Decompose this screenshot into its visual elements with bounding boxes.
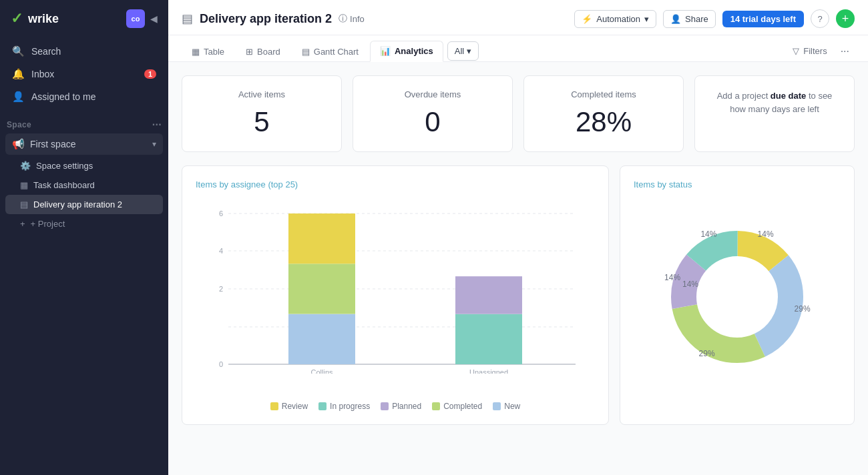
bar-chart-area: 6 4 2 0 — [196, 200, 595, 394]
chevron-down-icon: ▾ — [152, 139, 156, 149]
automation-label: Automation — [596, 14, 640, 24]
tab-analytics-label: Analytics — [395, 46, 433, 56]
stats-row: Active items 5 Overdue items 0 Completed… — [182, 75, 855, 152]
space-name-label: First space — [30, 139, 75, 149]
trial-button[interactable]: 14 trial days left — [722, 11, 804, 27]
topbar-right: ⚡ Automation ▾ 👤 Share 14 trial days lef… — [574, 9, 855, 28]
legend-planned: Planned — [381, 402, 421, 411]
overdue-items-card: Overdue items 0 — [353, 75, 513, 152]
page-title: Delivery app iteration 2 — [200, 12, 332, 26]
bar-collins-completed — [288, 264, 355, 314]
more-options-button[interactable]: ··· — [835, 41, 855, 61]
filters-button[interactable]: ▽ Filters — [786, 42, 833, 60]
active-items-label: Active items — [196, 89, 328, 99]
doc-icon: ▤ — [20, 199, 28, 209]
add-project-button[interactable]: + + Project — [5, 214, 163, 233]
tab-gantt[interactable]: ▤ Gantt Chart — [292, 41, 369, 61]
add-button[interactable]: + — [836, 9, 855, 28]
share-button[interactable]: 👤 Share — [663, 10, 716, 28]
all-filter-button[interactable]: All ▾ — [447, 41, 479, 61]
chevron-down-icon: ▾ — [644, 14, 649, 24]
analytics-content: Active items 5 Overdue items 0 Completed… — [168, 62, 868, 475]
tab-bar: ▦ Table ⊞ Board ▤ Gantt Chart 📊 Analytic… — [168, 35, 868, 62]
avatar[interactable]: co — [126, 9, 145, 28]
space-section-label: Space ··· — [0, 111, 168, 133]
all-label: All — [455, 46, 464, 56]
trial-label: 14 trial days left — [730, 14, 796, 24]
space-icon: 📢 — [12, 138, 25, 150]
donut-chart-card: Items by status 29% 29% 1 — [620, 165, 855, 425]
legend-inprogress: In progress — [318, 402, 370, 411]
review-label: Review — [282, 402, 308, 411]
tab-analytics[interactable]: 📊 Analytics — [370, 41, 443, 62]
planned-pct2: 14% — [682, 280, 698, 289]
sidebar: ✓ wrike co ◀ 🔍 Search 🔔 Inbox 1 👤 Assign… — [0, 0, 168, 475]
bar-collins-new — [288, 314, 355, 364]
grid-icon: ▦ — [20, 180, 28, 190]
legend-review: Review — [270, 402, 308, 411]
completed-items-card: Completed items 28% — [523, 75, 684, 152]
completed-label: Completed — [443, 402, 482, 411]
sidebar-item-inbox[interactable]: 🔔 Inbox 1 — [5, 63, 163, 85]
share-label: Share — [685, 14, 708, 24]
bar-legend: Review In progress Planned Completed — [196, 402, 595, 411]
help-button[interactable]: ? — [811, 9, 829, 28]
review-pct: 14% — [758, 229, 774, 239]
first-space-item[interactable]: 📢 First space ▾ — [5, 133, 163, 155]
tab-board[interactable]: ⊞ Board — [236, 41, 290, 61]
gantt-icon: ▤ — [302, 47, 310, 57]
space-section-text: Space — [7, 120, 31, 129]
svg-text:6: 6 — [219, 209, 223, 217]
active-items-value: 5 — [196, 106, 328, 138]
bar-collins-review — [288, 213, 355, 264]
sidebar-item-assigned[interactable]: 👤 Assigned to me — [5, 85, 163, 108]
space-more-icon[interactable]: ··· — [152, 119, 162, 131]
svg-text:Unassigned: Unassigned — [469, 368, 508, 374]
overdue-items-label: Overdue items — [367, 89, 499, 99]
collapse-icon[interactable]: ◀ — [150, 13, 158, 24]
sidebar-item-delivery[interactable]: ▤ Delivery app iteration 2 — [5, 195, 163, 214]
sidebar-item-settings[interactable]: ⚙️ Space settings — [5, 156, 163, 175]
plus-icon: + — [20, 219, 25, 229]
bar-chart-svg: 6 4 2 0 — [196, 200, 595, 374]
page-icon: ▤ — [182, 11, 193, 26]
wrike-logo-icon: ✓ — [11, 10, 23, 27]
sidebar-header: ✓ wrike co ◀ — [0, 0, 168, 37]
legend-new: New — [493, 402, 520, 411]
bar-unassigned-inprogress — [455, 314, 522, 364]
bar-chart-card: Items by assignee (top 25) 6 4 2 0 — [182, 165, 609, 425]
review-dot — [270, 402, 278, 410]
sidebar-nav: 🔍 Search 🔔 Inbox 1 👤 Assigned to me — [0, 37, 168, 111]
new-label: New — [504, 402, 520, 411]
donut-area: 29% 29% 14% 14% 14% 14% — [634, 200, 841, 394]
analytics-icon: 📊 — [380, 46, 391, 56]
sidebar-item-assigned-label: Assigned to me — [31, 91, 96, 102]
due-date-card: Add a project due date to see how many d… — [694, 75, 855, 152]
automation-button[interactable]: ⚡ Automation ▾ — [574, 10, 656, 28]
logo: ✓ wrike — [11, 10, 59, 27]
filters-label: Filters — [803, 46, 827, 56]
plus-icon: + — [842, 12, 849, 26]
info-icon: ⓘ — [339, 13, 347, 25]
question-icon: ? — [817, 14, 822, 24]
info-button[interactable]: ⓘ Info — [339, 13, 365, 25]
sidebar-item-dashboard[interactable]: ▦ Task dashboard — [5, 175, 163, 195]
legend-completed: Completed — [432, 402, 482, 411]
new-pct: 29% — [795, 304, 811, 314]
tab-table-label: Table — [204, 47, 224, 57]
sidebar-header-right: co ◀ — [126, 9, 158, 28]
sidebar-item-search-label: Search — [31, 46, 61, 57]
completed-items-label: Completed items — [537, 89, 670, 99]
topbar: ▤ Delivery app iteration 2 ⓘ Info ⚡ Auto… — [168, 0, 868, 35]
sidebar-item-search[interactable]: 🔍 Search — [5, 40, 163, 63]
tab-table[interactable]: ▦ Table — [182, 41, 234, 61]
donut-svg: 29% 29% 14% 14% 14% 14% — [657, 217, 817, 377]
sidebar-item-inbox-label: Inbox — [31, 69, 54, 79]
planned-dot — [381, 402, 389, 410]
svg-text:0: 0 — [219, 360, 223, 368]
info-label: Info — [350, 14, 365, 24]
table-icon: ▦ — [192, 47, 200, 57]
logo-text: wrike — [28, 12, 59, 26]
bar-unassigned-planned — [455, 276, 522, 314]
new-dot — [493, 402, 501, 410]
